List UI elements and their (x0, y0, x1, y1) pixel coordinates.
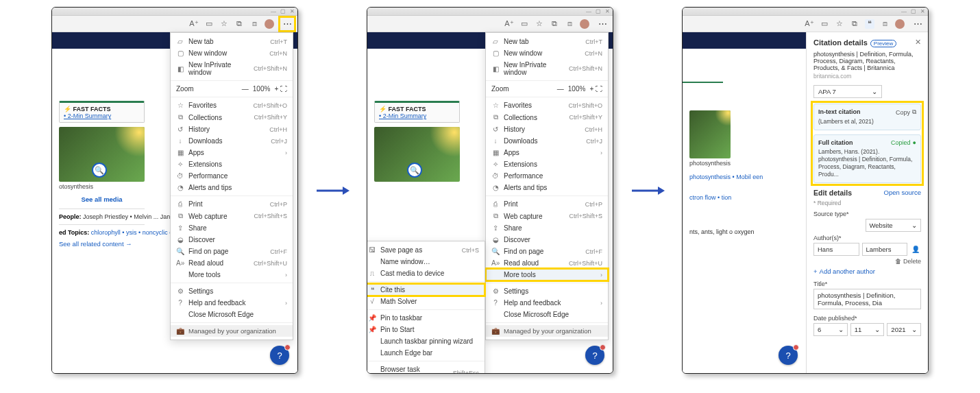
menu-discover[interactable]: ◒Discover (486, 234, 608, 246)
settings-and-more-button[interactable]: ⋯ (595, 17, 610, 31)
submenu-save-page-as[interactable]: 🖫Save page asCtrl+S (367, 244, 485, 256)
menu-favorites[interactable]: ☆FavoritesCtrl+Shift+O (171, 99, 293, 111)
menu-history[interactable]: ↺HistoryCtrl+H (171, 123, 293, 135)
favorites-icon[interactable]: ☆ (535, 19, 544, 29)
menu-close-edge[interactable]: Close Microsoft Edge (486, 309, 608, 320)
submenu-math-solver[interactable]: √Math Solver (367, 296, 485, 307)
profile-avatar[interactable] (265, 19, 274, 29)
date-month-select[interactable]: 6⌄ (813, 323, 848, 336)
menu-more-tools[interactable]: More tools› (171, 269, 293, 281)
submenu-launch-wizard[interactable]: Launch taskbar pinning wizard (367, 335, 485, 347)
window-close[interactable]: ✕ (920, 8, 925, 14)
submenu-cast[interactable]: ⎍Cast media to device (367, 267, 485, 279)
menu-apps[interactable]: ▦Apps› (171, 147, 293, 158)
menu-alerts[interactable]: ◔Alerts and tips (171, 182, 293, 193)
menu-new-window[interactable]: ▢New windowCtrl+N (486, 47, 608, 59)
menu-zoom[interactable]: Zoom— 100% + ⛶ (486, 83, 608, 95)
collections2-icon[interactable]: ⧈ (565, 19, 574, 29)
menu-alerts[interactable]: ◔Alerts and tips (486, 182, 608, 193)
menu-new-inprivate[interactable]: ◧New InPrivate windowCtrl+Shift+N (171, 59, 293, 78)
title-input[interactable]: photosynthesis | Definition, Formula, Pr… (813, 289, 921, 309)
menu-settings[interactable]: ⚙Settings (171, 285, 293, 297)
menu-zoom[interactable]: Zoom— 100% + ⛶ (171, 83, 293, 95)
menu-find[interactable]: 🔍Find on pageCtrl+F (486, 246, 608, 257)
window-maximize[interactable]: ▢ (911, 8, 916, 14)
submenu-name-window[interactable]: Name window… (367, 256, 485, 267)
window-maximize[interactable]: ▢ (280, 8, 286, 14)
submenu-task-manager[interactable]: Browser task managerShift+Esc (367, 364, 485, 374)
help-fab[interactable]: ? (585, 346, 604, 365)
collections-icon[interactable]: ▭ (519, 19, 529, 29)
menu-help[interactable]: ?Help and feedback› (486, 297, 608, 309)
window-minimize[interactable]: — (901, 8, 907, 14)
submenu-cite-this[interactable]: ❝Cite this (367, 284, 485, 296)
menu-web-capture[interactable]: ⧉Web captureCtrl+Shift+S (486, 210, 608, 222)
window-maximize[interactable]: ▢ (596, 8, 601, 14)
menu-extensions[interactable]: ✧Extensions (171, 158, 293, 170)
see-all-media-link[interactable]: See all media (59, 195, 145, 203)
settings-and-more-button[interactable]: ⋯ (910, 17, 925, 31)
window-close[interactable]: ✕ (290, 8, 295, 14)
menu-new-tab[interactable]: ▱New tabCtrl+T (171, 36, 293, 47)
read-aloud-icon[interactable]: A⁺ (504, 19, 514, 29)
cite-icon[interactable]: ❝ (865, 19, 874, 29)
menu-collections[interactable]: ⧉CollectionsCtrl+Shift+Y (171, 111, 293, 123)
menu-more-tools[interactable]: More tools› (486, 269, 608, 281)
menu-share[interactable]: ⇪Share (171, 222, 293, 234)
menu-web-capture[interactable]: ⧉Web captureCtrl+Shift+S (171, 210, 293, 222)
delete-author-button[interactable]: Delete (903, 258, 921, 265)
menu-history[interactable]: ↺HistoryCtrl+H (486, 123, 608, 135)
copy-intext-button[interactable]: Copy⧉ (896, 108, 916, 116)
open-source-link[interactable]: Open source (884, 189, 921, 197)
favorites-icon[interactable]: ☆ (219, 19, 229, 29)
menu-find[interactable]: 🔍Find on pageCtrl+F (171, 246, 293, 257)
menu-apps[interactable]: ▦Apps› (486, 147, 608, 158)
menu-downloads[interactable]: ↓DownloadsCtrl+J (171, 135, 293, 147)
window-minimize[interactable]: — (271, 8, 276, 14)
extensions-icon[interactable]: ⧉ (850, 19, 859, 29)
read-aloud-icon[interactable]: A⁺ (189, 19, 199, 29)
menu-share[interactable]: ⇪Share (486, 222, 608, 234)
settings-and-more-button[interactable]: ⋯ (280, 17, 295, 31)
help-fab[interactable]: ? (270, 346, 289, 365)
author-last-input[interactable]: Lambers (862, 243, 908, 256)
profile-avatar[interactable] (580, 19, 589, 29)
citation-style-select[interactable]: APA 7⌄ (813, 85, 882, 98)
submenu-launch-bar[interactable]: Launch Edge bar (367, 347, 485, 359)
menu-performance[interactable]: ⏱Performance (486, 170, 608, 182)
menu-settings[interactable]: ⚙Settings (486, 285, 608, 297)
menu-print[interactable]: ⎙PrintCtrl+P (171, 198, 293, 210)
collections-icon[interactable]: ▭ (204, 19, 214, 29)
menu-read-aloud[interactable]: A»Read aloudCtrl+Shift+U (486, 257, 608, 269)
menu-collections[interactable]: ⧉CollectionsCtrl+Shift+Y (486, 111, 608, 123)
read-aloud-icon[interactable]: A⁺ (805, 19, 814, 29)
author-first-input[interactable]: Hans (813, 243, 859, 256)
magnify-icon[interactable]: 🔍 (92, 163, 107, 178)
person-icon[interactable]: 👤 (910, 246, 921, 253)
profile-avatar[interactable] (895, 19, 905, 29)
submenu-pin-taskbar[interactable]: 📌Pin to taskbar (367, 312, 485, 324)
extensions-icon[interactable]: ⧉ (234, 19, 244, 29)
source-type-select[interactable]: Website⌄ (866, 219, 922, 232)
menu-help[interactable]: ?Help and feedback› (171, 297, 293, 309)
extensions-icon[interactable]: ⧉ (550, 19, 559, 29)
menu-performance[interactable]: ⏱Performance (171, 170, 293, 182)
menu-discover[interactable]: ◒Discover (171, 234, 293, 246)
menu-new-inprivate[interactable]: ◧New InPrivate windowCtrl+Shift+N (486, 59, 608, 78)
date-year-select[interactable]: 2021⌄ (887, 323, 921, 336)
menu-new-tab[interactable]: ▱New tabCtrl+T (486, 36, 608, 47)
menu-read-aloud[interactable]: A»Read aloudCtrl+Shift+U (171, 257, 293, 269)
date-day-select[interactable]: 11⌄ (850, 323, 885, 336)
submenu-pin-start[interactable]: 📌Pin to Start (367, 324, 485, 335)
menu-print[interactable]: ⎙PrintCtrl+P (486, 198, 608, 210)
collections2-icon[interactable]: ⧈ (880, 19, 890, 29)
add-author-button[interactable]: + Add another author (813, 267, 921, 275)
favorites-icon[interactable]: ☆ (835, 19, 844, 29)
menu-downloads[interactable]: ↓DownloadsCtrl+J (486, 135, 608, 147)
menu-extensions[interactable]: ✧Extensions (486, 158, 608, 170)
window-close[interactable]: ✕ (605, 8, 610, 14)
window-minimize[interactable]: — (586, 8, 591, 14)
help-fab[interactable]: ? (779, 346, 798, 365)
magnify-icon[interactable]: 🔍 (407, 163, 422, 178)
collections2-icon[interactable]: ⧈ (249, 19, 259, 29)
